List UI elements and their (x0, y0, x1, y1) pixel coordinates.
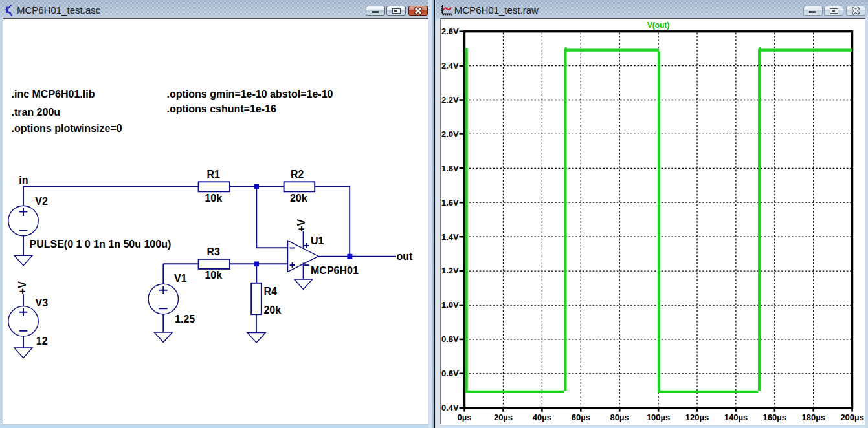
svg-text:180µs: 180µs (801, 412, 825, 422)
svg-text:+V: +V (296, 219, 307, 231)
svg-text:0.8V: 0.8V (441, 334, 459, 344)
svg-text:60µs: 60µs (572, 412, 590, 422)
svg-text:1.8V: 1.8V (441, 164, 459, 173)
svg-text:V(out): V(out) (647, 21, 670, 30)
svg-text:in: in (19, 175, 28, 186)
svg-text:1.6V: 1.6V (441, 198, 459, 208)
svg-text:1.4V: 1.4V (441, 232, 459, 242)
svg-text:+V: +V (17, 281, 28, 294)
svg-text:1.0V: 1.0V (441, 300, 459, 310)
svg-text:R4: R4 (263, 286, 277, 297)
svg-text:0.6V: 0.6V (441, 369, 459, 378)
svg-text:R2: R2 (291, 169, 304, 180)
svg-text:2.6V: 2.6V (441, 27, 459, 36)
svg-text:140µs: 140µs (724, 412, 748, 422)
svg-text:V1: V1 (174, 273, 187, 284)
svg-text:.inc MCP6H01.lib: .inc MCP6H01.lib (12, 89, 95, 100)
svg-text:10k: 10k (205, 193, 222, 204)
svg-text:U1: U1 (311, 235, 324, 246)
svg-text:2.4V: 2.4V (441, 61, 459, 70)
svg-text:1.2V: 1.2V (441, 266, 459, 275)
svg-text:100µs: 100µs (647, 412, 670, 422)
svg-text:.options plotwinsize=0: .options plotwinsize=0 (12, 123, 122, 134)
svg-text:20µs: 20µs (494, 412, 513, 422)
svg-text:2.0V: 2.0V (441, 129, 459, 139)
svg-text:20k: 20k (290, 193, 307, 204)
svg-text:V3: V3 (36, 297, 49, 308)
svg-text:2.2V: 2.2V (441, 95, 459, 105)
svg-text:.options cshunt=1e-16: .options cshunt=1e-16 (167, 103, 276, 114)
svg-text:R1: R1 (207, 169, 221, 180)
svg-text:R3: R3 (207, 246, 221, 257)
svg-text:0.4V: 0.4V (441, 403, 459, 412)
svg-text:10k: 10k (205, 270, 222, 281)
svg-text:1.25: 1.25 (175, 314, 195, 325)
svg-text:.tran 200u: .tran 200u (12, 107, 61, 118)
svg-text:80µs: 80µs (610, 412, 629, 422)
svg-text:40µs: 40µs (533, 412, 551, 422)
svg-text:MCP6H01: MCP6H01 (311, 265, 359, 276)
svg-text:120µs: 120µs (685, 412, 709, 422)
svg-text:0µs: 0µs (458, 412, 472, 422)
svg-text:.options gmin=1e-10 abstol=1e-: .options gmin=1e-10 abstol=1e-10 (167, 89, 333, 100)
svg-text:12: 12 (36, 336, 48, 347)
svg-text:V2: V2 (35, 196, 48, 207)
svg-text:out: out (397, 251, 414, 262)
svg-text:20k: 20k (263, 305, 281, 316)
svg-text:200µs: 200µs (840, 412, 863, 422)
svg-text:PULSE(0 1 0 1n 1n 50u 100u): PULSE(0 1 0 1n 1n 50u 100u) (30, 239, 172, 250)
svg-text:160µs: 160µs (763, 412, 786, 422)
